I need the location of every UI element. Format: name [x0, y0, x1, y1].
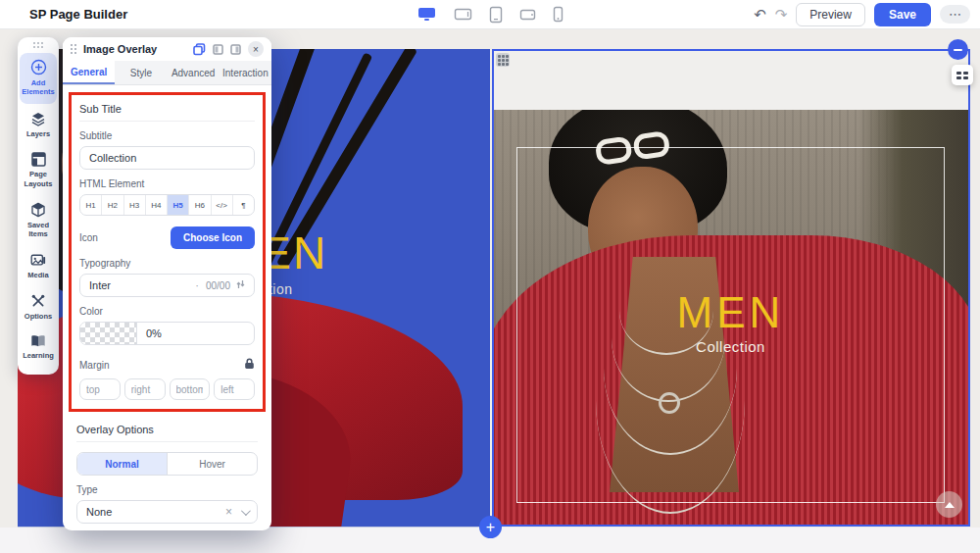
clear-icon[interactable]: ×: [225, 505, 232, 519]
separator-dot-icon: ·: [195, 279, 199, 291]
dock-left-icon[interactable]: [213, 44, 223, 55]
icon-row: Icon Choose Icon: [79, 226, 255, 249]
color-opacity-value[interactable]: 0%: [137, 323, 254, 344]
html-code-button[interactable]: </>: [212, 195, 233, 215]
phone-portrait-device-icon[interactable]: [553, 6, 564, 23]
sp-page-builder-app: MEN Collection MEN Collection: [0, 0, 980, 553]
tablet-landscape-device-icon[interactable]: [454, 7, 472, 22]
sidebar-item-media[interactable]: Media: [20, 247, 57, 286]
media-icon: [30, 253, 46, 268]
duplicate-icon[interactable]: [193, 43, 206, 56]
margin-left-input[interactable]: [214, 378, 255, 400]
sidebar-item-page-layouts[interactable]: Page Layouts: [20, 146, 57, 195]
margin-bottom-input[interactable]: [170, 378, 211, 400]
collapse-section-button[interactable]: [948, 39, 968, 60]
book-icon: [30, 334, 46, 348]
undo-icon[interactable]: ↶: [754, 7, 766, 22]
html-h2-button[interactable]: H2: [102, 195, 123, 215]
sidebar-item-learning[interactable]: Learning: [20, 328, 57, 367]
sidebar-item-saved-items[interactable]: Saved Items: [20, 196, 57, 246]
overlay-mode-toggle: Normal Hover: [76, 452, 258, 476]
sidebar-drag-handle-icon[interactable]: [33, 42, 43, 48]
close-icon[interactable]: ×: [248, 41, 264, 57]
margin-inputs: [79, 378, 255, 400]
sidebar-item-layers[interactable]: Layers: [20, 105, 57, 145]
subtitle-field-label: Subtitle: [79, 130, 255, 141]
font-size-value[interactable]: 00/00: [206, 280, 230, 291]
add-row-button[interactable]: +: [479, 516, 502, 538]
phone-landscape-device-icon[interactable]: [519, 9, 536, 21]
icon-field-label: Icon: [79, 232, 98, 243]
right-image-subtitle: Collection: [517, 338, 944, 355]
top-toolbar: SP Page Builder ↶ ↷ Preview Save ⋯: [0, 0, 980, 29]
mode-hover-button[interactable]: Hover: [168, 453, 257, 475]
html-h4-button[interactable]: H4: [146, 195, 168, 215]
margin-right-input[interactable]: [124, 378, 166, 400]
chevron-down-icon[interactable]: [241, 506, 251, 516]
margin-top-input[interactable]: [79, 378, 121, 400]
builder-sidebar: Add Elements Layers Page Layouts Saved I…: [18, 37, 59, 375]
html-element-label: HTML Element: [79, 178, 255, 189]
subtitle-settings-highlighted: Sub Title Subtitle HTML Element H1 H2 H3…: [69, 92, 266, 412]
margin-label: Margin: [79, 360, 110, 371]
color-control[interactable]: 0%: [79, 322, 255, 345]
typography-label: Typography: [79, 258, 255, 269]
html-h6-button[interactable]: H6: [189, 195, 211, 215]
choose-icon-button[interactable]: Choose Icon: [171, 226, 255, 249]
app-title: SP Page Builder: [29, 7, 127, 22]
typography-control[interactable]: Inter · 00/00: [79, 274, 255, 297]
minus-icon: [954, 49, 962, 51]
panel-tabs: General Style Advanced Interaction: [63, 61, 271, 85]
html-h3-button[interactable]: H3: [124, 195, 146, 215]
size-arrows-icon[interactable]: [236, 279, 245, 291]
cube-icon: [30, 202, 46, 218]
plus-circle-icon: [30, 59, 47, 75]
sidebar-item-add-elements[interactable]: Add Elements: [20, 53, 57, 104]
image-overlay-panel: Image Overlay × General Style Advanced I…: [63, 37, 271, 530]
subtitle-input[interactable]: [79, 146, 255, 170]
tab-advanced[interactable]: Advanced: [168, 61, 220, 84]
layers-icon: [30, 111, 46, 126]
redo-icon[interactable]: ↷: [775, 7, 788, 22]
more-options-button[interactable]: ⋯: [940, 5, 970, 25]
panel-body: Sub Title Subtitle HTML Element H1 H2 H3…: [63, 85, 271, 530]
html-element-group: H1 H2 H3 H4 H5 H6 </> ¶: [79, 194, 255, 216]
tools-icon: [30, 293, 46, 309]
desktop-device-icon[interactable]: [416, 6, 437, 23]
tab-general[interactable]: General: [63, 61, 115, 84]
right-section-selected[interactable]: MEN Collection: [492, 49, 970, 527]
font-family-value[interactable]: Inter: [89, 279, 195, 291]
toolbar-actions: ↶ ↷ Preview Save ⋯: [754, 3, 970, 26]
device-switcher: [416, 6, 564, 24]
lock-icon[interactable]: [244, 356, 255, 374]
layout-icon: [31, 152, 46, 167]
preview-button[interactable]: Preview: [796, 3, 865, 26]
chevron-up-icon: [945, 502, 955, 508]
type-label: Type: [76, 484, 258, 495]
scroll-top-button[interactable]: [936, 491, 962, 518]
section-drag-handle-icon[interactable]: [496, 53, 510, 67]
subtitle-section-header: Sub Title: [79, 100, 255, 122]
type-selected-value: None: [86, 506, 225, 518]
html-paragraph-button[interactable]: ¶: [233, 195, 254, 215]
tab-style[interactable]: Style: [115, 61, 167, 84]
tablet-portrait-device-icon[interactable]: [489, 6, 503, 24]
panel-title: Image Overlay: [83, 43, 186, 55]
dock-right-icon[interactable]: [230, 44, 241, 55]
right-image-caption: MEN Collection: [517, 288, 944, 355]
mode-normal-button[interactable]: Normal: [77, 453, 168, 475]
image-overlay-frame[interactable]: MEN Collection: [516, 147, 945, 503]
save-button[interactable]: Save: [874, 3, 931, 26]
html-h1-button[interactable]: H1: [80, 195, 102, 215]
panel-drag-handle-icon[interactable]: [71, 44, 76, 54]
panel-header: Image Overlay ×: [63, 37, 271, 61]
sidebar-item-options[interactable]: Options: [20, 287, 57, 327]
html-h5-button[interactable]: H5: [168, 195, 189, 215]
color-swatch-transparent[interactable]: [80, 323, 137, 344]
tab-interaction[interactable]: Interaction: [220, 61, 271, 84]
section-options-button[interactable]: [952, 65, 973, 85]
color-label: Color: [79, 306, 255, 317]
type-select[interactable]: None ×: [76, 500, 258, 524]
margin-header: Margin: [79, 356, 255, 374]
right-image-element[interactable]: MEN Collection: [494, 110, 968, 525]
